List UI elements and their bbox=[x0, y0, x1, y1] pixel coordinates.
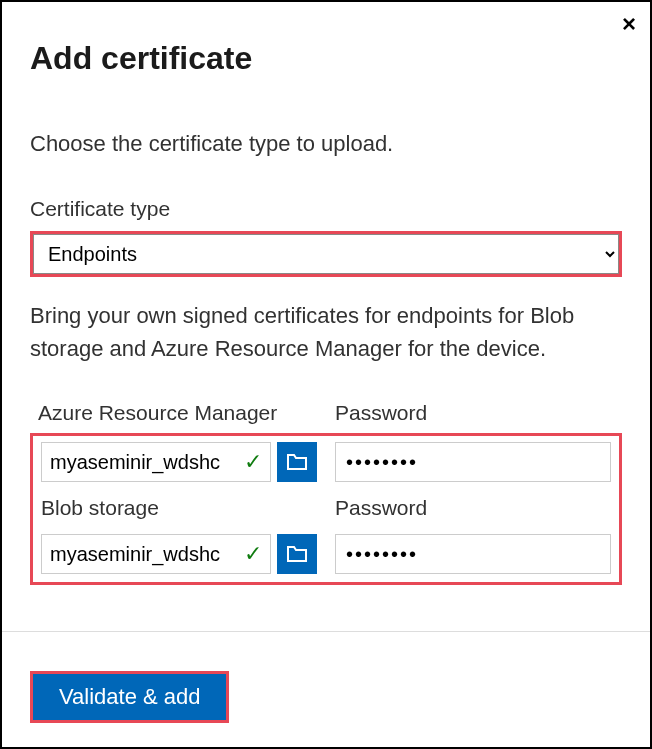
divider bbox=[2, 631, 650, 632]
close-icon[interactable]: × bbox=[622, 12, 636, 36]
page-title: Add certificate bbox=[30, 40, 622, 77]
arm-browse-button[interactable] bbox=[277, 442, 317, 482]
folder-icon bbox=[286, 453, 308, 471]
blob-label: Blob storage bbox=[41, 496, 317, 520]
arm-password-input[interactable] bbox=[335, 442, 611, 482]
arm-password-label: Password bbox=[335, 401, 614, 425]
arm-file-value: myaseminir_wdshc bbox=[50, 451, 240, 474]
blob-password-label: Password bbox=[335, 496, 611, 520]
certificate-fields-group: myaseminir_wdshc ✓ Blob storage Password bbox=[30, 433, 622, 585]
blob-row: myaseminir_wdshc ✓ bbox=[33, 528, 619, 582]
check-icon: ✓ bbox=[244, 449, 262, 475]
blob-browse-button[interactable] bbox=[277, 534, 317, 574]
instruction-text: Choose the certificate type to upload. bbox=[30, 131, 622, 157]
blob-password-input[interactable] bbox=[335, 534, 611, 574]
blob-file-input[interactable]: myaseminir_wdshc ✓ bbox=[41, 534, 271, 574]
cert-type-description: Bring your own signed certificates for e… bbox=[30, 299, 622, 365]
folder-icon bbox=[286, 545, 308, 563]
cert-type-select[interactable]: Endpoints bbox=[33, 234, 619, 274]
validate-add-button[interactable]: Validate & add bbox=[33, 674, 226, 720]
arm-row: myaseminir_wdshc ✓ bbox=[33, 436, 619, 490]
blob-file-value: myaseminir_wdshc bbox=[50, 543, 240, 566]
arm-label: Azure Resource Manager bbox=[38, 401, 317, 425]
cert-type-label: Certificate type bbox=[30, 197, 622, 221]
arm-file-input[interactable]: myaseminir_wdshc ✓ bbox=[41, 442, 271, 482]
check-icon: ✓ bbox=[244, 541, 262, 567]
